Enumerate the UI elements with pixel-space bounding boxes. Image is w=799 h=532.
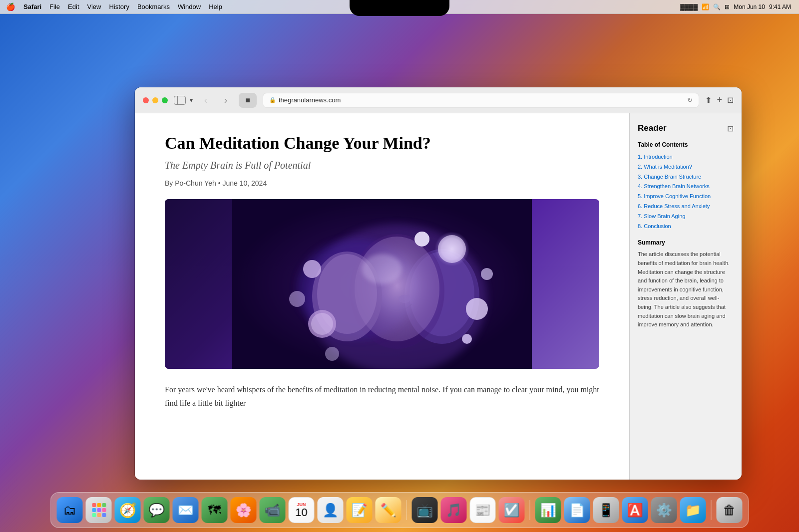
svg-point-8 [399, 295, 410, 303]
reader-view-icon[interactable]: ⊡ [727, 124, 734, 133]
summary-text: The article discusses the potential bene… [638, 250, 734, 329]
svg-point-17 [414, 232, 429, 247]
article-subtitle: The Empty Brain is Full of Potential [165, 160, 599, 171]
lock-icon: 🔒 [269, 97, 276, 103]
active-tab[interactable]: ■ [239, 93, 257, 108]
reader-panel: Reader ⊡ Table of Contents 1. Introducti… [629, 113, 742, 480]
tabs-overview-icon[interactable]: ⊡ [727, 95, 734, 105]
table-of-contents: 1. Introduction 2. What is Meditation? 3… [638, 152, 734, 231]
dock-system-settings[interactable]: ⚙️ [651, 497, 677, 523]
svg-point-16 [303, 260, 321, 278]
dock-trash[interactable]: 🗑 [717, 497, 743, 523]
safari-content: Can Meditation Change Your Mind? The Emp… [135, 113, 742, 480]
article-title: Can Meditation Change Your Mind? [165, 133, 599, 154]
svg-point-15 [466, 298, 488, 320]
tab-controls: ▾ [174, 96, 193, 105]
back-button[interactable]: ‹ [199, 93, 213, 107]
apple-menu-icon[interactable]: 🍎 [6, 2, 15, 11]
dock-iphone-mirroring[interactable]: 📱 [593, 497, 619, 523]
summary-title: Summary [638, 239, 734, 246]
menubar-history[interactable]: History [109, 3, 129, 10]
toc-item-6[interactable]: 6. Reduce Stress and Anxiety [638, 202, 734, 212]
share-icon[interactable]: ⬆ [705, 95, 712, 105]
menubar-time: 9:41 AM [769, 3, 791, 10]
menubar-window[interactable]: Window [178, 3, 201, 10]
dock-messages[interactable]: 💬 [144, 497, 170, 523]
article-hero-image [165, 199, 599, 369]
menubar-left: 🍎 Safari File Edit View History Bookmark… [6, 2, 222, 11]
dock-news[interactable]: 📰 [470, 497, 496, 523]
menubar-edit[interactable]: Edit [68, 3, 79, 10]
toc-item-5[interactable]: 5. Improve Cognitive Function [638, 192, 734, 202]
wifi-icon: 📶 [702, 3, 709, 10]
control-center-icon[interactable]: ⊞ [725, 3, 730, 10]
article-byline: By Po-Chun Yeh • June 10, 2024 [165, 179, 599, 187]
toc-item-2[interactable]: 2. What is Meditation? [638, 162, 734, 172]
svg-point-22 [362, 254, 402, 284]
url-text[interactable]: thegranularnews.com [279, 96, 341, 104]
safari-toolbar: ▾ ‹ › ■ 🔒 thegranularnews.com ↻ ⬆ + ⊡ [135, 87, 742, 113]
dock-divider-2 [530, 500, 530, 520]
dock-numbers[interactable]: 📊 [535, 497, 561, 523]
toolbar-right-actions: ⬆ + ⊡ [705, 95, 734, 105]
toc-item-7[interactable]: 7. Slow Brain Aging [638, 212, 734, 222]
dock-calendar[interactable]: JUN 10 [289, 497, 315, 523]
menubar-view[interactable]: View [87, 3, 101, 10]
dock: 🗂 🧭 💬 ✉️ 🗺 🌸 📹 JUN [50, 492, 749, 528]
toc-item-4[interactable]: 4. Strengthen Brain Networks [638, 182, 734, 192]
dock-facetime[interactable]: 📹 [260, 497, 286, 523]
dock-appstore[interactable]: 🅰️ [622, 497, 648, 523]
traffic-lights [143, 97, 168, 103]
search-icon[interactable]: 🔍 [713, 3, 721, 10]
safari-window: ▾ ‹ › ■ 🔒 thegranularnews.com ↻ ⬆ + ⊡ Ca… [135, 87, 742, 480]
forward-button[interactable]: › [219, 93, 233, 107]
dock-safari[interactable]: 🧭 [115, 497, 141, 523]
dock-notes[interactable]: 📝 [347, 497, 373, 523]
toc-item-1[interactable]: 1. Introduction [638, 152, 734, 162]
svg-point-21 [325, 347, 339, 361]
article-area[interactable]: Can Meditation Change Your Mind? The Emp… [135, 113, 629, 480]
macbook-notch [350, 0, 449, 16]
dock-mail[interactable]: ✉️ [173, 497, 199, 523]
svg-point-20 [462, 334, 472, 344]
toc-item-3[interactable]: 3. Change Brain Structure [638, 172, 734, 182]
menubar-date: Mon Jun 10 [734, 3, 765, 10]
dock-reminders[interactable]: ☑️ [499, 497, 525, 523]
dock-launchpad[interactable] [86, 497, 112, 523]
dock-freeform[interactable]: ✏️ [376, 497, 401, 523]
svg-point-18 [481, 268, 493, 280]
dock-contacts[interactable]: 👤 [318, 497, 344, 523]
fullscreen-button[interactable] [162, 97, 168, 103]
reader-panel-title: Reader [638, 123, 667, 133]
dock-maps[interactable]: 🗺 [202, 497, 228, 523]
svg-point-19 [289, 291, 305, 307]
reader-header: Reader ⊡ [638, 123, 734, 133]
dock-photos[interactable]: 🌸 [231, 497, 257, 523]
dock-divider [406, 500, 407, 520]
dock-files[interactable]: 📁 [680, 497, 706, 523]
minimize-button[interactable] [152, 97, 158, 103]
svg-point-14 [311, 313, 333, 335]
battery-icon: ▓▓▓▓ [680, 3, 698, 10]
menubar-right: ▓▓▓▓ 📶 🔍 ⊞ Mon Jun 10 9:41 AM [680, 3, 791, 10]
toc-title: Table of Contents [638, 141, 734, 148]
new-tab-icon[interactable]: + [717, 95, 722, 105]
dock-pages[interactable]: 📄 [564, 497, 590, 523]
dock-divider-3 [711, 500, 712, 520]
toc-item-8[interactable]: 8. Conclusion [638, 222, 734, 232]
menubar-app-name[interactable]: Safari [23, 3, 41, 10]
menubar-help[interactable]: Help [209, 3, 222, 10]
sidebar-toggle[interactable] [174, 96, 186, 105]
menubar-bookmarks[interactable]: Bookmarks [137, 3, 170, 10]
close-button[interactable] [143, 97, 149, 103]
dock-appletv[interactable]: 📺 [412, 497, 438, 523]
url-bar[interactable]: 🔒 thegranularnews.com ↻ [263, 93, 699, 108]
svg-point-12 [438, 235, 466, 263]
brain-sculpture-illustration [165, 199, 599, 369]
article-body-text: For years we've heard whispers of the be… [165, 383, 599, 410]
dock-music[interactable]: 🎵 [441, 497, 467, 523]
menubar-file[interactable]: File [49, 3, 60, 10]
reload-icon[interactable]: ↻ [687, 96, 693, 104]
dock-finder[interactable]: 🗂 [57, 497, 83, 523]
